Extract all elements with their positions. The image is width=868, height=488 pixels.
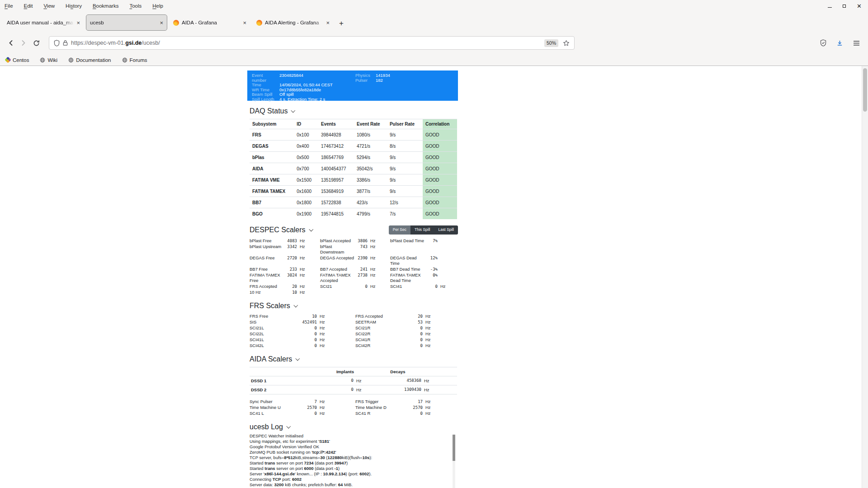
close-icon[interactable]: ✕: [857, 3, 862, 9]
tracking-shield-icon[interactable]: [54, 40, 60, 47]
correlation-status: GOOD: [423, 174, 457, 186]
bookmark-documentation[interactable]: Documentation: [68, 57, 111, 63]
menu-view[interactable]: View: [43, 3, 55, 9]
scaler-unit: Hz: [298, 238, 305, 244]
back-button[interactable]: [5, 37, 17, 49]
scaler-sci22r: SCI22R0Hz: [355, 331, 457, 337]
daq-cell: 9/s: [387, 129, 423, 141]
scaler-value: 3024: [287, 272, 297, 278]
tab-close-icon[interactable]: ×: [76, 20, 80, 26]
tab-close-icon[interactable]: ×: [326, 20, 330, 26]
daq-cell: 35042/s: [354, 163, 387, 174]
scaler-value: 0: [399, 337, 423, 343]
scaler-value: 53: [399, 319, 423, 325]
scaler-sci41: SCI410Hz: [390, 284, 457, 290]
menu-history[interactable]: History: [66, 3, 82, 9]
chevron-down-icon[interactable]: [291, 108, 295, 113]
tab-aida-user-manual-aida-man[interactable]: AIDA user manual - aida_man×: [3, 15, 84, 30]
daq-cell: 1400454377: [318, 163, 354, 174]
scaler-value: -3%: [427, 267, 438, 272]
menu-bookmarks[interactable]: Bookmarks: [93, 3, 119, 9]
scaler-label: SCI41L: [250, 337, 292, 343]
daq-cell: 39844928: [318, 129, 354, 141]
log-line: Server data: 3200 kiB chunks; prefetch b…: [250, 482, 450, 488]
scaler-unit: Hz: [298, 290, 305, 295]
bookmark-star-icon[interactable]: [563, 40, 570, 47]
decays-value: 458368: [364, 376, 423, 385]
scaler-label: SCI21R: [355, 325, 398, 331]
page-scrollbar[interactable]: [862, 66, 868, 488]
scaler-bplast-upstream: bPlast Upstream3342Hz: [250, 244, 320, 255]
scaler-unit: Hz: [318, 314, 327, 319]
scaler-mode-last-spill[interactable]: Last Spill: [434, 225, 458, 235]
daq-cell: 7/s: [387, 208, 423, 220]
menu-file[interactable]: File: [5, 3, 13, 9]
lock-icon[interactable]: [63, 40, 68, 46]
downloads-icon[interactable]: [836, 40, 843, 47]
tab-ucesb[interactable]: ucesb×: [86, 15, 167, 30]
chevron-down-icon[interactable]: [293, 303, 297, 307]
window-controls: ✕: [828, 3, 862, 9]
tab-aida-grafana[interactable]: AIDA - Grafana×: [170, 15, 250, 30]
shield-check-icon[interactable]: [820, 39, 826, 47]
menu-tools[interactable]: Tools: [129, 3, 142, 9]
scaler-sci42l: SCI42L0Hz: [250, 343, 355, 349]
scaler-frs-accepted: FRS Accepted20Hz: [355, 314, 457, 319]
scaler-value: 743: [357, 244, 368, 249]
forward-button[interactable]: [17, 37, 30, 49]
daq-column-header: ID: [294, 119, 318, 129]
chevron-down-icon[interactable]: [286, 424, 290, 428]
url-bar[interactable]: https://despec-vm-01.gsi.de/ucesb/ 50%: [49, 36, 575, 50]
tab-title: AIDA user manual - aida_man: [7, 20, 74, 25]
bookmark-centos[interactable]: Centos: [5, 57, 29, 63]
scaler-frs-accepted: FRS Accepted20Hz: [250, 284, 320, 290]
menu-items: FileEditViewHistoryBookmarksToolsHelp: [5, 3, 163, 9]
tab-title: ucesb: [90, 20, 157, 25]
scaler-mode-per-sec[interactable]: Per Sec: [389, 225, 410, 235]
scaler-sis: SIS452491Hz: [250, 319, 355, 325]
scaler-label: SCI22L: [250, 331, 292, 337]
minimize-icon[interactable]: [828, 7, 832, 8]
scaler-unit: Hz: [368, 272, 376, 278]
page-scrollbar-thumb[interactable]: [863, 68, 867, 112]
scaler-mode-button-group: Per SecThis SpillLast Spill: [389, 225, 458, 235]
scaler-label: SIS: [250, 319, 292, 325]
scaler-degas-dead-time: DEGAS Dead Time12%: [390, 255, 457, 267]
scaler-time-machine-d: Time Machine D2570Hz: [355, 405, 457, 411]
daq-cell: 9/s: [387, 152, 423, 163]
correlation-status: GOOD: [423, 186, 457, 197]
info-left-label: Time: [252, 83, 275, 88]
hamburger-menu-icon[interactable]: [853, 40, 860, 46]
scaler-unit: Hz: [318, 337, 327, 343]
bookmark-wiki[interactable]: Wiki: [40, 57, 57, 63]
scaler-unit: Hz: [298, 272, 305, 278]
scaler-unit: Hz: [298, 255, 305, 261]
daq-cell: 9/s: [387, 174, 423, 186]
chevron-down-icon[interactable]: [309, 227, 313, 231]
scaler-label: Sync Pulser: [250, 399, 292, 404]
log-scrollbar[interactable]: [453, 434, 455, 488]
scaler-label: SCI22R: [355, 331, 398, 337]
tab-close-icon[interactable]: ×: [160, 20, 163, 26]
scaler-unit: Hz: [424, 399, 433, 404]
chevron-down-icon[interactable]: [296, 356, 300, 360]
daq-cell: 153684919: [318, 186, 354, 197]
scaler-empty-cell: [320, 290, 390, 296]
scaler-mode-this-spill[interactable]: This Spill: [410, 225, 434, 235]
bookmark-forums[interactable]: Forums: [122, 57, 147, 63]
reload-button[interactable]: [30, 37, 42, 49]
event-info-right: Physics141934Pulser182: [355, 73, 390, 83]
zoom-level-badge[interactable]: 50%: [544, 39, 558, 47]
tab-close-icon[interactable]: ×: [243, 20, 246, 26]
info-left-value: 4 s, Extraction Time: 2 s: [279, 97, 453, 102]
log-scrollbar-thumb[interactable]: [453, 435, 455, 461]
daq-cell: 8/s: [387, 141, 423, 152]
new-tab-button[interactable]: +: [339, 19, 344, 27]
menu-edit[interactable]: Edit: [24, 3, 33, 9]
menu-help[interactable]: Help: [152, 3, 163, 9]
tab-aida-alerting-grafana[interactable]: AIDA Alerting - Grafana×: [253, 15, 333, 30]
correlation-status: GOOD: [423, 129, 457, 141]
maximize-icon[interactable]: [843, 5, 846, 8]
correlation-status: GOOD: [423, 163, 457, 174]
aida-column-decays: Decays: [364, 367, 432, 376]
